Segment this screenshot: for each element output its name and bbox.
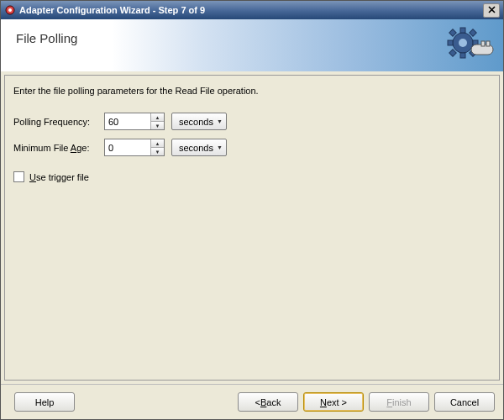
svg-point-1 [8,8,12,12]
footer: Help < Back Next > Finish Cancel [1,384,503,419]
trigger-file-row: Use trigger file [13,171,491,182]
titlebar: Adapter Configuration Wizard - Step 7 of… [1,1,503,19]
trigger-file-checkbox[interactable] [13,171,24,182]
wizard-window: Adapter Configuration Wizard - Step 7 of… [0,0,504,420]
svg-rect-9 [470,29,476,36]
svg-rect-3 [460,28,465,33]
page-title: File Polling [1,19,92,57]
content-panel: Enter the file polling parameters for th… [4,75,500,381]
svg-rect-7 [449,29,456,36]
window-title: Adapter Configuration Wizard - Step 7 of… [19,5,483,15]
finish-button: Finish [369,392,429,412]
svg-rect-13 [481,41,485,46]
next-button[interactable]: Next > [303,392,364,412]
polling-frequency-unit-combo[interactable]: seconds ▼ [171,113,227,130]
back-button[interactable]: < Back [238,392,298,412]
spinner-down-icon[interactable]: ▼ [151,148,164,155]
svg-rect-5 [448,40,453,45]
svg-rect-10 [449,50,456,56]
spinner-up-icon[interactable]: ▲ [151,113,164,122]
minimum-file-age-input[interactable] [105,139,150,155]
content-wrap: Enter the file polling parameters for th… [1,71,503,384]
minimum-file-age-unit-combo[interactable]: seconds ▼ [171,139,227,156]
polling-frequency-input[interactable] [105,113,150,129]
chevron-down-icon: ▼ [217,144,223,150]
spinner-arrows: ▲ ▼ [150,113,164,129]
app-icon [4,4,16,16]
close-button[interactable] [483,3,500,18]
svg-point-11 [459,39,467,47]
combo-value: seconds [179,143,213,153]
spinner-arrows: ▲ ▼ [150,139,164,155]
polling-frequency-row: Polling Frequency: ▲ ▼ seconds ▼ [13,113,491,130]
minimum-file-age-row: Minimum File Age: ▲ ▼ seconds ▼ [13,139,491,156]
chevron-down-icon: ▼ [217,118,223,124]
trigger-file-label: Use trigger file [29,172,89,182]
svg-rect-14 [486,41,490,46]
combo-value: seconds [179,117,213,127]
minimum-file-age-spinner[interactable]: ▲ ▼ [104,139,165,156]
close-icon [488,4,496,16]
gear-icon [446,23,495,70]
svg-rect-4 [460,53,465,58]
help-button[interactable]: Help [14,392,75,412]
polling-frequency-spinner[interactable]: ▲ ▼ [104,113,165,130]
minimum-file-age-label: Minimum File Age: [13,143,104,153]
wizard-header: File Polling [1,19,503,71]
spinner-up-icon[interactable]: ▲ [151,139,164,148]
cancel-button[interactable]: Cancel [434,392,495,412]
spinner-down-icon[interactable]: ▼ [151,122,164,129]
instruction-text: Enter the file polling parameters for th… [13,86,491,96]
polling-frequency-label: Polling Frequency: [13,117,104,127]
